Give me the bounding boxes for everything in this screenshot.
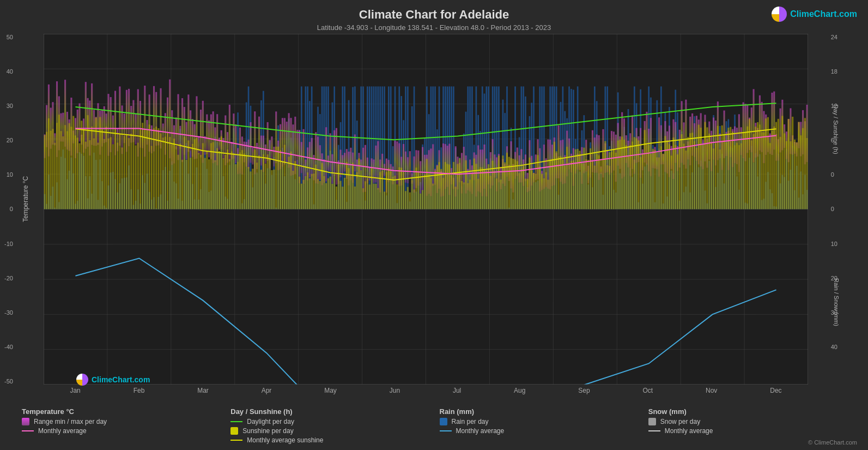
y-axis-right-title-1: Day / Sunshine (h) xyxy=(832,104,839,154)
legend-line-rain-avg xyxy=(440,430,452,431)
legend-line-daylight xyxy=(230,421,242,422)
chart-title: Climate Chart for Adelaide xyxy=(0,8,868,22)
y-axis-right-sunshine: 24 18 12 6 0 . . . . . . xyxy=(829,34,840,385)
legend-area: Temperature °C Range min / max per day M… xyxy=(0,402,868,450)
legend-item-daylight: Daylight per day xyxy=(230,418,434,425)
y-left-minus30: -30 xyxy=(4,309,15,316)
legend-swatch-temp-range xyxy=(22,418,29,425)
legend-item-sunshine-bar: Sunshine per day xyxy=(230,427,434,435)
x-label-jun: Jun xyxy=(390,387,400,394)
chart-region: 50 40 30 20 10 0 -10 -20 -30 -40 -50 Tem… xyxy=(44,34,808,402)
x-label-jul: Jul xyxy=(453,387,461,394)
legend-title-temperature: Temperature °C xyxy=(22,407,225,416)
x-label-nov: Nov xyxy=(706,387,717,394)
legend-line-temp-avg xyxy=(22,430,34,431)
y-axis-left-title: Temperature °C xyxy=(22,176,29,221)
legend-item-temp-avg: Monthly average xyxy=(22,427,225,435)
y-left-minus40: -40 xyxy=(4,344,15,350)
legend-line-snow-avg xyxy=(648,430,660,431)
logo-icon-top xyxy=(772,7,787,22)
y-axis-right-title-2: Rain / Snow (mm) xyxy=(833,278,840,326)
y-right-18: 18 xyxy=(829,68,840,75)
y-left-30: 30 xyxy=(7,103,15,109)
logo-top-right: ClimeChart.com xyxy=(772,7,857,22)
logo-bottom-left: ClimeChart.com xyxy=(76,374,150,386)
x-label-dec: Dec xyxy=(770,387,781,394)
y-right-0: 0 xyxy=(829,171,836,178)
logo-icon-bottom xyxy=(76,374,88,386)
legend-label-rain-avg: Monthly average xyxy=(456,427,505,435)
legend-col-rain: Rain (mm) Rain per day Monthly average xyxy=(440,407,643,446)
y-right-24: 24 xyxy=(829,34,840,40)
x-label-feb: Feb xyxy=(133,387,145,394)
chart-subtitle: Latitude -34.903 - Longitude 138.541 - E… xyxy=(0,23,868,32)
y-left-10: 10 xyxy=(7,171,15,178)
legend-item-snow-avg: Monthly average xyxy=(648,427,852,435)
legend-line-sunshine-avg xyxy=(230,440,242,441)
logo-text-bottom: ClimeChart.com xyxy=(92,375,150,384)
legend-item-rain-bar: Rain per day xyxy=(440,418,643,425)
legend-item-snow-bar: Snow per day xyxy=(648,418,852,425)
legend-label-temp-range: Range min / max per day xyxy=(34,418,107,425)
y-left-minus50: -50 xyxy=(4,378,15,385)
y-left-0: 0 xyxy=(10,206,15,212)
legend-swatch-sunshine xyxy=(230,427,238,435)
y-left-50: 50 xyxy=(7,34,15,40)
page-container: Climate Chart for Adelaide Latitude -34.… xyxy=(0,0,868,450)
legend-title-sunshine: Day / Sunshine (h) xyxy=(230,407,434,416)
legend-col-snow: Snow (mm) Snow per day Monthly average ©… xyxy=(648,407,852,446)
legend-title-rain: Rain (mm) xyxy=(440,407,643,416)
legend-col-sunshine: Day / Sunshine (h) Daylight per day Suns… xyxy=(230,407,434,446)
legend-col-temperature: Temperature °C Range min / max per day M… xyxy=(22,407,225,446)
watermark-text: © ClimeChart.com xyxy=(808,439,857,446)
x-label-mar: Mar xyxy=(197,387,209,394)
x-label-sep: Sep xyxy=(578,387,590,394)
legend-swatch-rain xyxy=(440,418,447,425)
y-left-minus20: -20 xyxy=(4,275,15,281)
x-label-jan: Jan xyxy=(70,387,80,394)
legend-title-snow: Snow (mm) xyxy=(648,407,852,416)
y-left-minus10: -10 xyxy=(4,241,15,247)
y-left-40: 40 xyxy=(7,68,15,75)
legend-item-temp-range: Range min / max per day xyxy=(22,418,225,425)
y-axis-left: 50 40 30 20 10 0 -10 -20 -30 -40 -50 xyxy=(4,34,15,385)
climate-chart-canvas xyxy=(44,34,808,385)
legend-label-sunshine: Sunshine per day xyxy=(242,427,293,435)
legend-item-rain-avg: Monthly average xyxy=(440,427,643,435)
legend-label-snow-avg: Monthly average xyxy=(665,427,713,435)
legend-item-sunshine-avg: Monthly average sunshine xyxy=(230,436,434,444)
y-left-20: 20 xyxy=(7,137,15,143)
legend-label-rain: Rain per day xyxy=(452,418,489,425)
legend-label-sunshine-avg: Monthly average sunshine xyxy=(247,436,323,444)
x-axis-labels: Jan Feb Mar Apr May Jun Jul Aug Sep Oct … xyxy=(44,385,808,394)
x-label-aug: Aug xyxy=(514,387,525,394)
logo-text-top: ClimeChart.com xyxy=(790,9,857,19)
x-label-may: May xyxy=(324,387,337,394)
legend-swatch-snow xyxy=(648,418,656,425)
x-label-apr: Apr xyxy=(262,387,272,394)
x-label-oct: Oct xyxy=(643,387,653,394)
chart-header: Climate Chart for Adelaide Latitude -34.… xyxy=(0,0,868,34)
legend-label-snow: Snow per day xyxy=(660,418,700,425)
legend-label-temp-avg: Monthly average xyxy=(38,427,87,435)
legend-label-daylight: Daylight per day xyxy=(247,418,294,425)
